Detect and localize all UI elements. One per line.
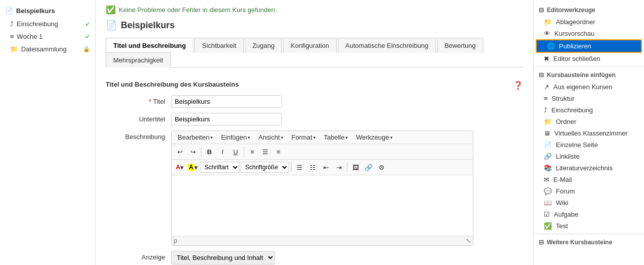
sidebar-item-label: Woche 1 [17,33,43,40]
special-button[interactable]: ⚙ [376,161,388,173]
form-section-title: Titel und Beschreibung des Kursbausteins [106,81,239,88]
rs-item-email[interactable]: ✉ E-Mail [534,174,644,185]
rs-item-publizieren[interactable]: 🌐 Publizieren [536,39,642,53]
ordner-icon: 📁 [544,118,552,125]
resize-handle[interactable]: ⤡ [466,237,471,244]
rs-item-aus-eigenen-kursen[interactable]: ↗ Aus eigenen Kursen [534,81,644,93]
rs-item-editor-schliessen[interactable]: ✖ Editor schließen [534,53,644,64]
sidebar-course-name: Beispielkurs [16,7,55,15]
rs-kursbausteine-label: Kursbausteine einfügen [547,72,616,79]
tab-sichtbarkeit[interactable]: Sichtbarkeit [194,38,244,53]
editor-body[interactable] [172,175,473,236]
dropdown-arrow: ▾ [345,135,348,140]
einzelne-seite-icon: 📄 [544,141,552,149]
italic-button[interactable]: I [217,146,229,158]
woche1-icon: ≡ [10,33,14,40]
rs-item-kursvorschau[interactable]: 👁 Kursvorschau [534,28,644,39]
highlight-color-button[interactable]: A ▾ [187,161,199,173]
rs-item-label: Einzelne Seite [556,141,598,149]
rs-item-linkliste[interactable]: 🔗 Linkliste [534,151,644,162]
menu-einfuegen[interactable]: Einfügen ▾ [217,132,254,143]
indent-button[interactable]: ⇥ [333,161,345,173]
align-center-button[interactable]: ☰ [259,146,271,158]
test-icon: ✅ [544,222,552,230]
tab-zugang[interactable]: Zugang [245,38,282,53]
rs-item-struktur[interactable]: ≡ Struktur [534,93,644,104]
dropdown-arrow: ▾ [210,135,213,140]
untertitel-label: Untertitel [106,113,171,123]
rs-item-test[interactable]: ✅ Test [534,220,644,232]
menu-tabelle[interactable]: Tabelle ▾ [320,132,352,143]
virtuelles-klassenzimmer-icon: 🖥 [544,129,550,137]
kursvorschau-icon: 👁 [544,30,550,37]
redo-button[interactable]: ↪ [187,146,199,158]
rs-kursbausteine-title: ⊟ Kursbausteine einfügen [534,69,644,81]
rs-item-literaturverzeichnis[interactable]: 📚 Literaturverzeichnis [534,162,644,174]
editor-toolbar-1: ↩ ↪ B I U ≡ ☰ ≡ [172,144,473,160]
sidebar-item-woche1[interactable]: ≡ Woche 1 ✔ [0,30,95,43]
tab-bewertung[interactable]: Bewertung [437,38,483,53]
untertitel-input[interactable] [171,113,282,125]
font-family-select[interactable]: Schriftart [200,162,240,173]
font-size-select[interactable]: Schriftgröße [241,162,289,173]
ordered-list-button[interactable]: ☷ [307,161,319,173]
image-button[interactable]: 🖼 [349,161,362,173]
rs-item-label: Ordner [556,118,576,125]
form-section: Titel und Beschreibung des Kursbausteins… [106,76,523,265]
anzeige-select[interactable]: Titel, Beschreibung und Inhalt Titel und… [171,251,275,264]
titel-input[interactable] [171,95,282,108]
rs-item-einzelne-seite[interactable]: 📄 Einzelne Seite [534,139,644,151]
menu-format[interactable]: Format ▾ [288,132,320,143]
wiki-icon: 📖 [544,199,552,207]
anzeige-row: Anzeige Titel, Beschreibung und Inhalt T… [106,251,523,264]
rs-item-ordner[interactable]: 📁 Ordner [534,116,644,127]
rs-divider [534,67,644,67]
rs-item-wiki[interactable]: 📖 Wiki [534,197,644,209]
rs-item-ablageordner[interactable]: 📁 Ablageordner [534,16,644,28]
editor-schliessen-icon: ✖ [544,55,549,62]
sidebar-item-dateisammlung[interactable]: 📁 Dateisammlung 🔒 [0,43,95,55]
menu-tabelle-label: Tabelle [324,134,344,141]
tab-konfiguration[interactable]: Konfiguration [283,38,337,53]
separator [201,147,201,157]
dateisammlung-icon: 📁 [10,45,18,53]
beschreibung-row: Beschreibung Bearbeiten ▾ Einfügen ▾ [106,130,523,246]
help-icon[interactable]: ❓ [513,81,523,90]
tab-automatische[interactable]: Automatische Einschreibung [338,38,436,53]
tab-titel[interactable]: Titel und Beschreibung [106,38,193,53]
align-right-button[interactable]: ≡ [272,146,284,158]
underline-button[interactable]: U [230,146,242,158]
rs-editorwerkzeuge-title: ⊟ Editorwerkzeuge [534,4,644,16]
menu-werkzeuge[interactable]: Werkzeuge ▾ [352,132,397,143]
menu-bearbeiten[interactable]: Bearbeiten ▾ [174,132,217,143]
sidebar-item-einschreibung[interactable]: ⤴ Einschreibung ✔ [0,18,95,30]
rich-text-editor: Bearbeiten ▾ Einfügen ▾ Ansicht ▾ Form [171,130,473,246]
check-icon: ✔ [85,21,90,28]
font-color-button[interactable]: A ▾ [174,161,186,173]
email-icon: ✉ [544,176,549,183]
undo-button[interactable]: ↩ [174,146,186,158]
collapse-icon: ⊟ [539,7,544,14]
sidebar-title: 📄 Beispielkurs [0,4,95,18]
separator [347,162,347,172]
collapse-icon: ⊟ [539,72,544,79]
bold-button[interactable]: B [203,146,216,158]
sidebar-item-label: Dateisammlung [21,45,66,53]
outdent-button[interactable]: ⇤ [320,161,332,173]
highlight-icon: A [188,164,194,171]
align-left-button[interactable]: ≡ [246,146,258,158]
rs-item-einschreibung[interactable]: ⤴ Einschreibung [534,104,644,116]
tab-mehrsprachigkeit[interactable]: Mehrsprachigkeit [106,52,171,68]
aus-eigenen-kursen-icon: ↗ [544,83,549,91]
separator [291,162,292,172]
link-button[interactable]: 🔗 [363,161,375,173]
unordered-list-button[interactable]: ☰ [294,161,306,173]
dropdown-arrow: ▾ [180,164,184,171]
rs-item-forum[interactable]: 💬 Forum [534,185,644,197]
rs-item-label: E-Mail [553,176,572,183]
rs-item-aufgabe[interactable]: ☑ Aufgabe [534,209,644,220]
menu-ansicht[interactable]: Ansicht ▾ [254,132,288,143]
rs-item-label: Einschreibung [551,106,593,114]
rs-item-virtuelles-klassenzimmer[interactable]: 🖥 Virtuelles Klassenzimmer [534,127,644,139]
dropdown-arrow: ▾ [390,135,393,140]
